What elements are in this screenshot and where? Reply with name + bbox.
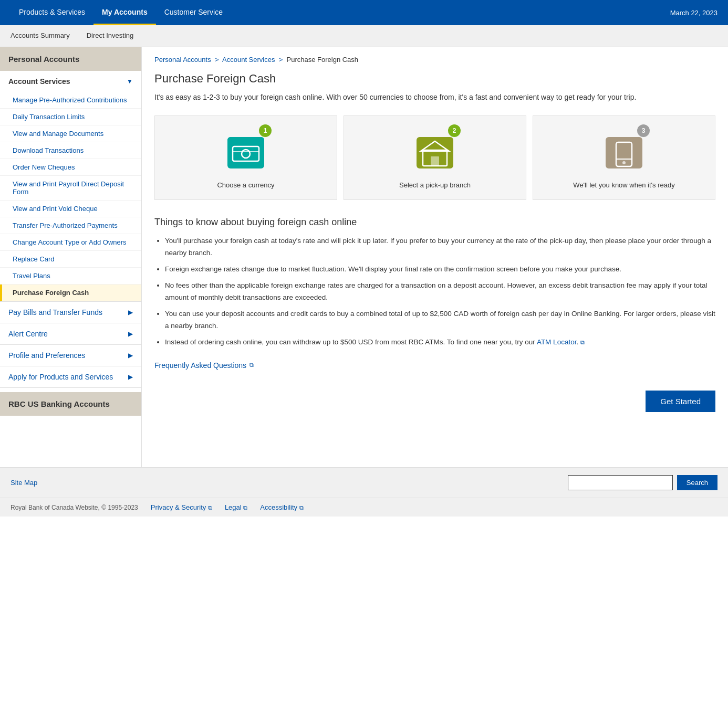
page-subtitle: It's as easy as 1-2-3 to buy your foreig… bbox=[154, 92, 715, 103]
account-services-arrow-icon: ▼ bbox=[127, 78, 133, 85]
sidebar-pay-bills[interactable]: Pay Bills and Transfer Funds ▶ bbox=[0, 302, 141, 323]
sidebar-link-payroll-form[interactable]: View and Print Payroll Direct Deposit Fo… bbox=[0, 176, 141, 201]
steps-container: 1 Choose a currency 2 bbox=[154, 115, 715, 200]
sidebar-link-purchase-foreign-cash[interactable]: Purchase Foreign Cash bbox=[0, 284, 141, 301]
top-nav-links: Products & Services My Accounts Customer… bbox=[11, 1, 231, 25]
step-3-icon-wrapper: 3 bbox=[600, 127, 648, 174]
get-started-wrapper: Get Started bbox=[154, 380, 715, 412]
info-list: You'll purchase your foreign cash at tod… bbox=[154, 235, 715, 349]
main-content: Personal Accounts > Account Services > P… bbox=[142, 47, 728, 467]
sidebar-link-replace-card[interactable]: Replace Card bbox=[0, 251, 141, 268]
sidebar-link-daily-limits[interactable]: Daily Transaction Limits bbox=[0, 109, 141, 125]
nav-my-accounts[interactable]: My Accounts bbox=[93, 1, 156, 25]
step-2-label: Select a pick-up branch bbox=[399, 181, 471, 189]
step-card-1: 1 Choose a currency bbox=[154, 115, 337, 200]
step-1-label: Choose a currency bbox=[217, 181, 274, 189]
search-input[interactable] bbox=[568, 475, 673, 490]
sitemap-link[interactable]: Site Map bbox=[11, 479, 37, 487]
step-card-3: 3 We'll let you know when it's ready bbox=[533, 115, 715, 200]
footer-left: Site Map bbox=[11, 479, 37, 487]
monitor-icon-faq: ⧉ bbox=[249, 362, 254, 368]
pay-bills-arrow-icon: ▶ bbox=[128, 309, 133, 316]
step-2-icon-wrapper: 2 bbox=[411, 127, 459, 174]
step-3-badge: 3 bbox=[637, 124, 650, 137]
footer-privacy-link[interactable]: Privacy & Security ⧉ bbox=[151, 503, 212, 511]
info-bullet-3: No fees other than the applicable foreig… bbox=[165, 280, 715, 304]
sidebar-link-order-cheques[interactable]: Order New Cheques bbox=[0, 159, 141, 176]
top-nav: Products & Services My Accounts Customer… bbox=[0, 0, 728, 25]
footer-search: Search bbox=[568, 475, 717, 490]
get-started-button[interactable]: Get Started bbox=[646, 391, 715, 412]
alert-centre-arrow-icon: ▶ bbox=[128, 330, 133, 338]
info-bullet-2: Foreign exchange rates change due to mar… bbox=[165, 264, 715, 276]
step-3-label: We'll let you know when it's ready bbox=[573, 181, 674, 189]
faq-link[interactable]: Frequently Asked Questions ⧉ bbox=[154, 361, 254, 370]
apply-products-arrow-icon: ▶ bbox=[128, 373, 133, 381]
sidebar-link-manage-preauth[interactable]: Manage Pre-Authorized Contributions bbox=[0, 92, 141, 109]
step-2-badge: 2 bbox=[448, 124, 461, 137]
legal-monitor-icon: ⧉ bbox=[243, 504, 247, 511]
monitor-icon-atm: ⧉ bbox=[580, 339, 585, 345]
atm-locator-link[interactable]: ATM Locator bbox=[537, 338, 577, 346]
profile-prefs-arrow-icon: ▶ bbox=[128, 352, 133, 359]
info-bullet-5: Instead of ordering cash online, you can… bbox=[165, 336, 715, 349]
accessibility-monitor-icon: ⧉ bbox=[299, 504, 304, 511]
sidebar-personal-accounts-header: Personal Accounts bbox=[0, 47, 141, 71]
info-bullet-1: You'll purchase your foreign cash at tod… bbox=[165, 235, 715, 259]
nav-products-services[interactable]: Products & Services bbox=[11, 1, 93, 25]
sidebar-account-services-header[interactable]: Account Services ▼ bbox=[0, 71, 141, 92]
sidebar-link-void-cheque[interactable]: View and Print Void Cheque bbox=[0, 201, 141, 217]
privacy-monitor-icon: ⧉ bbox=[208, 504, 212, 511]
nav-customer-service[interactable]: Customer Service bbox=[156, 1, 231, 25]
main-container: Personal Accounts Account Services ▼ Man… bbox=[0, 47, 728, 467]
breadcrumb: Personal Accounts > Account Services > P… bbox=[154, 56, 715, 64]
search-button[interactable]: Search bbox=[677, 475, 717, 490]
sidebar-link-travel-plans[interactable]: Travel Plans bbox=[0, 268, 141, 284]
nav-date: March 22, 2023 bbox=[670, 9, 717, 17]
page-title: Purchase Foreign Cash bbox=[154, 72, 715, 86]
footer-copyright: Royal Bank of Canada Website, © 1995-202… bbox=[11, 504, 138, 511]
sidebar-rbc-us-header: RBC US Banking Accounts bbox=[0, 392, 141, 416]
svg-point-13 bbox=[622, 161, 626, 164]
sidebar: Personal Accounts Account Services ▼ Man… bbox=[0, 47, 142, 467]
step-1-badge: 1 bbox=[259, 124, 272, 137]
sub-nav: Accounts Summary Direct Investing bbox=[0, 25, 728, 47]
breadcrumb-account-services[interactable]: Account Services bbox=[222, 56, 275, 64]
sidebar-link-view-manage-docs[interactable]: View and Manage Documents bbox=[0, 125, 141, 142]
faq-section: Frequently Asked Questions ⧉ bbox=[154, 353, 715, 370]
sidebar-account-services: Account Services ▼ Manage Pre-Authorized… bbox=[0, 71, 141, 302]
sidebar-link-transfer-preauth[interactable]: Transfer Pre-Authorized Payments bbox=[0, 217, 141, 234]
step-1-icon-wrapper: 1 bbox=[222, 127, 269, 174]
footer-accessibility-link[interactable]: Accessibility ⧉ bbox=[260, 503, 303, 511]
info-bullet-4: You can use your deposit accounts and cr… bbox=[165, 308, 715, 332]
sidebar-alert-centre[interactable]: Alert Centre ▶ bbox=[0, 323, 141, 345]
step-card-2: 2 Select a pick-up branch bbox=[344, 115, 526, 200]
subnav-accounts-summary[interactable]: Accounts Summary bbox=[11, 25, 78, 47]
sidebar-apply-products[interactable]: Apply for Products and Services ▶ bbox=[0, 366, 141, 388]
sidebar-link-download-transactions[interactable]: Download Transactions bbox=[0, 142, 141, 159]
footer-legal-link[interactable]: Legal ⧉ bbox=[225, 503, 247, 511]
breadcrumb-current: Purchase Foreign Cash bbox=[287, 56, 359, 64]
info-title: Things to know about buying foreign cash… bbox=[154, 217, 715, 228]
sidebar-link-change-account-type[interactable]: Change Account Type or Add Owners bbox=[0, 234, 141, 251]
footer-bottom: Royal Bank of Canada Website, © 1995-202… bbox=[0, 498, 728, 517]
svg-rect-8 bbox=[431, 156, 439, 166]
footer: Site Map Search bbox=[0, 467, 728, 498]
sidebar-profile-preferences[interactable]: Profile and Preferences ▶ bbox=[0, 345, 141, 366]
breadcrumb-personal-accounts[interactable]: Personal Accounts bbox=[154, 56, 211, 64]
subnav-direct-investing[interactable]: Direct Investing bbox=[87, 25, 142, 47]
